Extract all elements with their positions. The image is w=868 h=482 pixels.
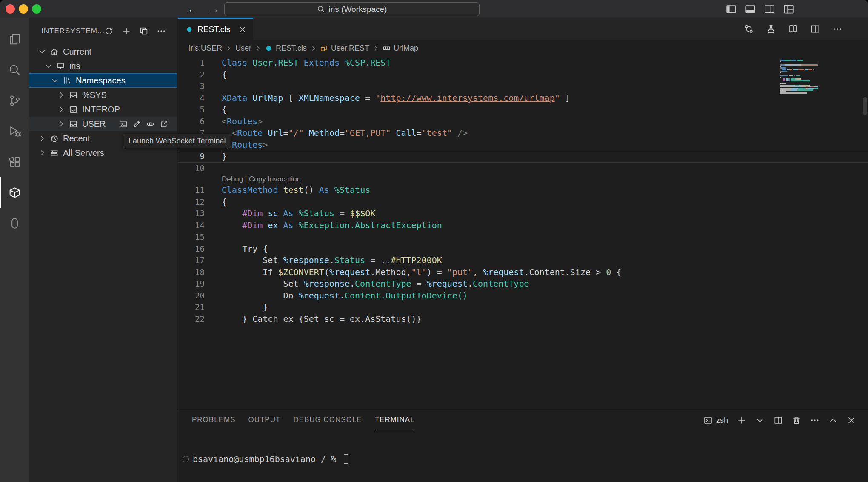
line-number[interactable]: 19 xyxy=(178,278,205,290)
line-number[interactable]: 2 xyxy=(178,69,205,81)
line-number[interactable]: 9 xyxy=(178,151,205,163)
run-debug-icon[interactable] xyxy=(0,116,29,146)
line-number[interactable]: 15 xyxy=(178,231,205,243)
maximize-panel-button[interactable] xyxy=(828,416,838,425)
terminal-prompt: bsaviano@usmbp16bsaviano / % xyxy=(193,454,341,464)
tree-item-namespaces[interactable]: Namespaces xyxy=(29,73,177,88)
toggle-secondary-sidebar-button[interactable] xyxy=(764,3,775,15)
tree-item-current[interactable]: Current xyxy=(29,44,177,59)
objectscript-icon[interactable] xyxy=(0,208,29,238)
tab-bar: REST.cls xyxy=(178,18,868,40)
line-number[interactable]: 17 xyxy=(178,255,205,267)
line-number[interactable]: 5 xyxy=(178,104,205,116)
add-server-button[interactable] xyxy=(122,26,131,36)
line-number[interactable]: 18 xyxy=(178,267,205,278)
bottom-panel: PROBLEMSOUTPUTDEBUG CONSOLETERMINAL zsh … xyxy=(178,410,868,482)
panel-tab-output[interactable]: OUTPUT xyxy=(248,410,280,430)
forward-button[interactable]: → xyxy=(208,3,220,16)
search-icon[interactable] xyxy=(0,55,29,85)
explorer-icon[interactable] xyxy=(0,24,29,55)
line-number[interactable]: 21 xyxy=(178,301,205,313)
line-number[interactable]: 11 xyxy=(178,184,205,196)
code-line-18: 18 If $ZCONVERT(%request.Method,"l") = "… xyxy=(178,267,868,278)
back-button[interactable]: ← xyxy=(187,3,198,16)
close-window-button[interactable] xyxy=(6,4,15,14)
sidebar-more-actions-button[interactable] xyxy=(157,26,166,36)
open-preview-icon[interactable] xyxy=(788,24,798,34)
line-number[interactable]: 20 xyxy=(178,290,205,302)
toggle-sidebar-button[interactable] xyxy=(725,3,737,15)
zoom-window-button[interactable] xyxy=(32,4,41,14)
terminal-more-actions-button[interactable] xyxy=(810,416,819,425)
tree-item-label: Current xyxy=(63,47,91,57)
code-editor[interactable]: 1Class User.REST Extends %CSP.REST2{34XD… xyxy=(178,56,868,410)
minimap-line xyxy=(780,63,818,64)
chevron-right-icon[interactable] xyxy=(57,120,66,128)
extensions-icon[interactable] xyxy=(0,146,29,177)
line-number[interactable]: 6 xyxy=(178,116,205,128)
line-number[interactable]: 22 xyxy=(178,313,205,324)
chevron-down-icon[interactable] xyxy=(51,76,59,85)
tree-item-iris[interactable]: iris xyxy=(29,59,177,73)
terminal[interactable]: bsaviano@usmbp16bsaviano / % xyxy=(183,454,868,464)
kill-terminal-button[interactable] xyxy=(792,416,801,425)
close-panel-button[interactable] xyxy=(847,416,856,425)
scrollbar-thumb[interactable] xyxy=(863,97,867,115)
code-text: ClassMethod test() As %Status xyxy=(222,184,370,196)
chevron-right-icon[interactable] xyxy=(57,105,66,114)
source-control-graph-icon[interactable] xyxy=(744,24,754,34)
terminal-tab-zsh[interactable]: zsh xyxy=(703,416,728,425)
tree-item-sys[interactable]: %SYS xyxy=(29,88,177,102)
chevron-right-icon[interactable] xyxy=(57,91,66,99)
refresh-servers-button[interactable] xyxy=(104,26,114,36)
split-editor-button[interactable] xyxy=(810,24,820,34)
code-viewport[interactable]: 1Class User.REST Extends %CSP.REST2{34XD… xyxy=(178,57,868,323)
close-tab-button[interactable] xyxy=(239,26,246,33)
new-terminal-button[interactable] xyxy=(737,416,746,425)
split-terminal-button[interactable] xyxy=(774,416,783,425)
line-number[interactable]: 3 xyxy=(178,80,205,92)
source-control-icon[interactable] xyxy=(0,85,29,116)
line-number[interactable]: 16 xyxy=(178,243,205,255)
copy-button[interactable] xyxy=(139,26,148,36)
line-number[interactable]: 13 xyxy=(178,208,205,220)
chevron-down-icon[interactable] xyxy=(38,47,46,56)
command-center[interactable]: iris (Workspace) xyxy=(224,2,480,16)
line-number[interactable]: 14 xyxy=(178,220,205,232)
code-text: #Dim ex As %Exception.AbstractException xyxy=(222,220,442,232)
customize-layout-button[interactable] xyxy=(783,3,794,15)
line-number[interactable]: 10 xyxy=(178,163,205,175)
tree-item-user[interactable]: USER xyxy=(29,117,177,131)
code-text: Set %response.Status = ..#HTTP200OK xyxy=(222,255,442,267)
breadcrumb-item-urlmap[interactable]: UrlMap xyxy=(394,44,418,53)
line-number[interactable]: 12 xyxy=(178,196,205,208)
terminal-profile-dropdown[interactable] xyxy=(755,416,765,425)
codelens[interactable]: Debug | Copy Invocation xyxy=(222,174,301,184)
chevron-right-icon[interactable] xyxy=(38,134,46,143)
minimap[interactable] xyxy=(780,60,818,94)
code-line-20: 20 Do %request.Content.OutputToDevice() xyxy=(178,290,868,302)
chevron-right-icon[interactable] xyxy=(38,149,46,157)
tree-item-label: %SYS xyxy=(82,90,107,100)
launch-websocket-terminal-button[interactable] xyxy=(119,120,128,129)
tab-rest-cls[interactable]: REST.cls xyxy=(178,18,253,40)
intersystems-explorer-icon[interactable] xyxy=(0,177,29,208)
breadcrumb-item-iris-user[interactable]: iris:USER xyxy=(189,44,222,53)
panel-tab-problems[interactable]: PROBLEMS xyxy=(192,410,235,430)
toggle-panel-button[interactable] xyxy=(745,3,756,15)
open-external-button[interactable] xyxy=(160,120,168,129)
editor-more-actions-button[interactable] xyxy=(832,24,842,34)
breadcrumb-item-rest-cls[interactable]: REST.cls xyxy=(276,44,307,53)
breadcrumb-item-user-rest[interactable]: User.REST xyxy=(331,44,369,53)
line-number[interactable]: 4 xyxy=(178,92,205,104)
minimize-window-button[interactable] xyxy=(19,4,28,14)
panel-tab-terminal[interactable]: TERMINAL xyxy=(375,410,415,430)
line-number[interactable]: 1 xyxy=(178,57,205,69)
panel-tab-debug-console[interactable]: DEBUG CONSOLE xyxy=(293,410,362,430)
tree-item-interop[interactable]: INTEROP xyxy=(29,102,177,117)
breadcrumb-item-user[interactable]: User xyxy=(235,44,251,53)
test-beaker-icon[interactable] xyxy=(766,24,776,34)
edit-button[interactable] xyxy=(132,120,141,129)
view-button[interactable] xyxy=(146,120,155,129)
chevron-down-icon[interactable] xyxy=(44,62,53,70)
